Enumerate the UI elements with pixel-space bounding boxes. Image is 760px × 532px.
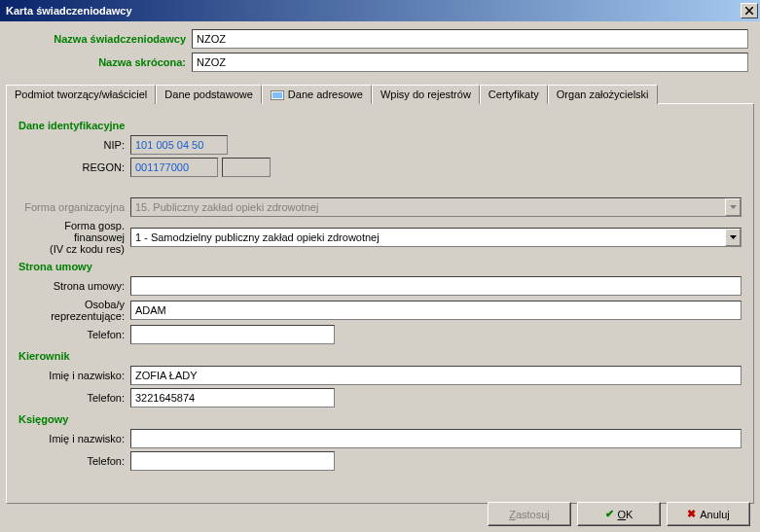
cancel-icon: ✖ [687,508,696,520]
tab-dane-adresowe-label: Dane adresowe [288,89,363,100]
osoba-input[interactable] [130,301,742,320]
forma-gosp-value: 1 - Samodzielny publiczny zakład opieki … [130,228,742,247]
tab-certyfikaty[interactable]: Certyfikaty [480,85,548,104]
tab-podmiot[interactable]: Podmiot tworzący/właściciel [6,85,156,104]
osoba-label: Osoba/y reprezentujące: [18,299,130,322]
cancel-button[interactable]: ✖ Anuluj [667,502,750,526]
regon-input[interactable] [130,158,218,177]
kierownik-imie-input[interactable] [130,366,742,385]
forma-gosp-select[interactable]: 1 - Samodzielny publiczny zakład opieki … [130,228,742,247]
check-icon: ✔ [605,508,614,520]
ksiegowy-imie-label: Imię i nazwisko: [18,433,130,444]
umowa-tel-input[interactable] [130,325,335,344]
kierownik-imie-label: Imię i nazwisko: [18,370,130,381]
address-icon [271,90,284,100]
regon-label: REGON: [18,161,130,173]
provider-name-label: Nazwa świadczeniodawcy [12,33,192,45]
nip-input[interactable] [130,135,228,155]
section-ident: Dane identyfikacyjne [18,120,742,131]
titlebar: Karta świadczeniodawcy [0,0,760,21]
strona-umowy-input[interactable] [130,276,742,296]
tab-wpisy[interactable]: Wpisy do rejestrów [372,85,480,104]
strona-umowy-label: Strona umowy: [18,280,130,292]
forma-gosp-label-2: (IV cz kodu res) [50,243,125,255]
apply-label-rest: astosuj [516,509,550,520]
tab-dane-adresowe[interactable]: Dane adresowe [262,85,372,104]
provider-name-input[interactable] [192,29,748,49]
ksiegowy-tel-label: Telefon: [18,455,130,467]
ksiegowy-imie-input[interactable] [130,429,742,448]
close-icon [745,7,753,15]
ok-button[interactable]: ✔ OK [577,502,661,526]
forma-org-value: 15. Publiczny zakład opieki zdrowotnej [130,197,742,217]
nip-label: NIP: [18,139,130,151]
cancel-label: Anuluj [700,509,730,520]
close-button[interactable] [741,3,758,18]
tab-bar: Podmiot tworzący/właściciel Dane podstaw… [6,85,754,104]
forma-gosp-label: Forma gosp. finansowej (IV cz kodu res) [18,220,130,255]
kierownik-tel-label: Telefon: [18,392,130,404]
forma-org-label: Forma organizacyjna [18,201,130,213]
tab-organ[interactable]: Organ założycielski [548,85,658,104]
tab-dane-podstawowe[interactable]: Dane podstawowe [156,85,262,104]
section-kierownik: Kierownik [18,350,742,362]
short-name-label: Nazwa skrócona: [12,56,192,68]
tab-panel: Dane identyfikacyjne NIP: REGON: Forma o… [6,103,754,504]
forma-gosp-label-1: Forma gosp. finansowej [64,220,125,243]
button-bar: Zastosuj ✔ OK ✖ Anuluj [488,502,750,526]
regon2-input[interactable] [222,158,271,177]
short-name-input[interactable] [192,53,748,72]
header-area: Nazwa świadczeniodawcy Nazwa skrócona: [0,21,760,84]
chevron-down-icon [725,198,741,216]
kierownik-tel-input[interactable] [130,388,335,408]
apply-button: Zastosuj [488,502,571,526]
forma-org-select: 15. Publiczny zakład opieki zdrowotnej [130,197,742,217]
window-title: Karta świadczeniodawcy [6,5,741,17]
chevron-down-icon[interactable] [725,229,741,246]
section-ksiegowy: Księgowy [18,413,742,425]
section-umowa: Strona umowy [18,261,742,272]
umowa-tel-label: Telefon: [18,329,130,340]
ksiegowy-tel-input[interactable] [130,451,335,471]
